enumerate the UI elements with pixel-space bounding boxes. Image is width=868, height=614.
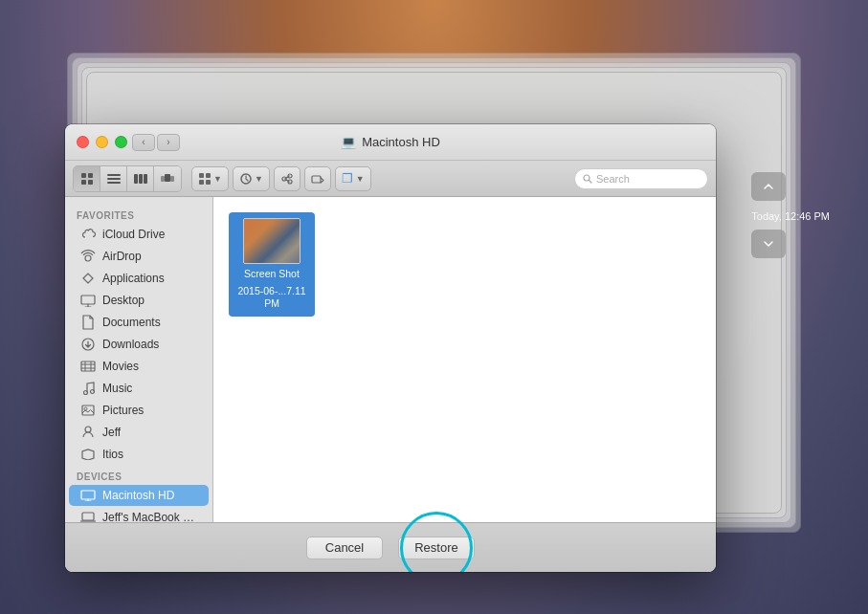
svg-point-27 [83,391,87,395]
action-button[interactable]: ▼ [233,166,270,191]
close-button[interactable] [77,136,89,148]
notification-time: Today, 12:46 PM [751,210,830,222]
sidebar-item-desktop[interactable]: Desktop [69,290,209,311]
svg-rect-24 [81,296,95,304]
svg-rect-15 [199,180,204,185]
sidebar-label-music: Music [102,382,132,395]
svg-rect-5 [107,178,121,180]
pictures-icon [80,403,96,418]
back-button[interactable]: ‹ [132,134,155,151]
sidebar-item-airdrop[interactable]: AirDrop [69,246,209,267]
svg-rect-1 [88,173,93,178]
scroll-up-button[interactable] [751,172,786,201]
svg-point-28 [90,390,94,394]
bottom-bar: Cancel Restore [65,522,716,572]
file-area: Screen Shot 2015-06-...7.11 PM [213,197,716,522]
column-view-button[interactable] [127,166,154,191]
movies-icon [80,359,96,374]
sidebar-item-icloud-drive[interactable]: iCloud Drive [69,224,209,245]
sidebar-item-movies[interactable]: Movies [69,356,209,377]
svg-rect-9 [144,174,147,184]
itios-icon [80,447,96,462]
svg-rect-0 [81,173,86,178]
finder-dialog: ‹ › 💻 Macintosh HD [65,124,716,572]
sidebar-item-applications[interactable]: Applications [69,268,209,289]
sidebar-item-jeffs-macbook[interactable]: Jeff's MacBook Pr... [69,507,209,522]
documents-icon [80,315,96,330]
sidebar-label-icloud: iCloud Drive [102,228,165,241]
svg-rect-2 [81,180,86,185]
minimize-button[interactable] [96,136,108,148]
sidebar-label-jeffs-macbook: Jeff's MacBook Pr... [102,511,197,522]
title-bar: ‹ › 💻 Macintosh HD [65,124,716,161]
downloads-icon [80,337,96,352]
window-title: 💻 Macintosh HD [341,135,440,149]
file-item-screenshot[interactable]: Screen Shot 2015-06-...7.11 PM [229,212,315,317]
svg-point-23 [85,255,91,261]
devices-label: DEVICES [65,466,212,484]
sidebar: FAVORITES iCloud Drive AirDro [65,197,213,522]
content-area: FAVORITES iCloud Drive AirDro [65,197,716,522]
svg-rect-29 [82,406,94,415]
cancel-button[interactable]: Cancel [306,537,383,559]
share-button[interactable] [274,166,300,191]
sidebar-item-jeff[interactable]: Jeff [69,422,209,443]
sidebar-item-itios[interactable]: Itios [69,444,209,465]
list-view-button[interactable] [100,166,127,191]
jeffs-macbook-icon [80,510,96,522]
view-buttons [73,165,182,192]
svg-rect-3 [88,180,93,185]
restore-wrapper: Restore [398,537,475,559]
sidebar-label-itios: Itios [102,448,123,461]
file-name-line2: 2015-06-...7.11 PM [234,285,309,311]
svg-rect-12 [170,176,174,182]
svg-rect-4 [107,174,121,176]
coverflow-view-button[interactable] [154,166,181,191]
sidebar-item-macintosh-hd[interactable]: Macintosh HD [69,485,209,506]
arrange-button[interactable]: ▼ [191,166,229,191]
svg-rect-32 [81,491,95,499]
sidebar-item-music[interactable]: Music [69,378,209,399]
svg-rect-16 [206,180,211,185]
sidebar-item-pictures[interactable]: Pictures [69,400,209,421]
sidebar-label-macintosh-hd: Macintosh HD [102,489,174,502]
forward-button[interactable]: › [157,134,180,151]
svg-rect-6 [107,182,121,184]
svg-rect-33 [82,513,94,520]
svg-rect-11 [161,176,165,182]
traffic-lights [77,136,127,148]
svg-point-30 [84,407,87,410]
svg-rect-7 [134,174,138,184]
sidebar-label-documents: Documents [102,316,161,329]
dropbox-button[interactable]: ❐ ▼ [335,166,371,191]
svg-rect-8 [139,174,143,184]
svg-rect-10 [165,174,170,182]
sidebar-label-movies: Movies [102,360,139,373]
dropbox-icon: ❐ [342,171,353,186]
file-thumbnail [243,218,300,264]
restore-button[interactable]: Restore [398,537,475,559]
favorites-label: FAVORITES [65,205,212,223]
sidebar-label-desktop: Desktop [102,294,145,307]
sidebar-label-pictures: Pictures [102,404,144,417]
sidebar-item-documents[interactable]: Documents [69,312,209,333]
sidebar-item-downloads[interactable]: Downloads [69,334,209,355]
tag-button[interactable] [304,166,331,191]
notification-widget: Today, 12:46 PM [751,172,830,258]
airdrop-icon [80,249,96,264]
navigation-buttons: ‹ › [132,134,180,151]
search-box[interactable]: Search [574,168,708,189]
sidebar-label-downloads: Downloads [102,338,159,351]
sidebar-label-airdrop: AirDrop [102,250,142,263]
music-icon [80,381,96,396]
scroll-down-button[interactable] [751,230,786,258]
maximize-button[interactable] [115,136,127,148]
toolbar: ▼ ▼ ❐ ▼ [65,161,716,197]
sidebar-label-applications: Applications [102,272,165,285]
search-placeholder: Search [596,173,630,185]
icon-view-button[interactable] [74,166,100,191]
icloud-icon [80,227,96,242]
svg-rect-21 [312,176,321,183]
svg-rect-13 [199,173,204,178]
file-name-line1: Screen Shot [244,268,300,281]
